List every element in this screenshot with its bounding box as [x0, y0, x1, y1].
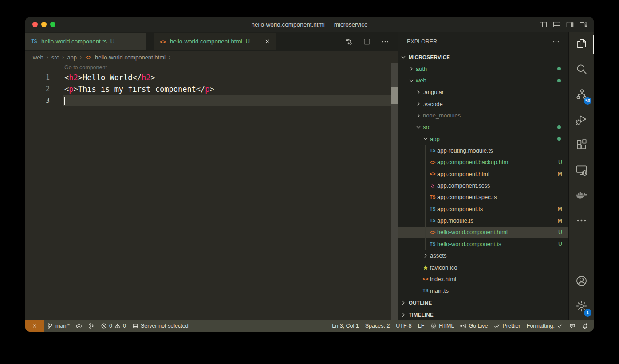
chevron-right-icon — [400, 311, 407, 318]
more-actions-button[interactable] — [380, 37, 390, 46]
breadcrumb-segment[interactable]: web — [33, 54, 43, 61]
vscode-window: hello-world.component.html — microservic… — [25, 17, 594, 332]
tree-item[interactable]: <>index.html — [398, 273, 568, 285]
tree-item[interactable]: .angular — [398, 86, 568, 98]
tree-item-label: app-routing.module.ts — [437, 147, 493, 154]
docker-icon — [576, 189, 587, 203]
status-text: Prettier — [502, 323, 520, 329]
tree-item[interactable]: TSapp.module.tsM — [398, 215, 568, 226]
tree-item[interactable]: app — [398, 133, 568, 145]
status-item-publish-changes[interactable] — [73, 320, 85, 332]
tree-item[interactable]: assets — [398, 250, 568, 262]
activity-settings-button[interactable]: 1 — [569, 294, 594, 320]
activity-search-button[interactable] — [569, 57, 594, 82]
status-item-feedback[interactable] — [566, 320, 579, 332]
tree-item[interactable]: TShello-world.component.tsU — [398, 238, 568, 250]
tree-item[interactable]: TSapp.component.tsM — [398, 203, 568, 215]
status-item-sqltools-server[interactable]: Server not selected — [129, 320, 192, 332]
breadcrumb-file[interactable]: <>hello-world.component.html — [85, 54, 166, 61]
git-status-badge: U — [110, 38, 115, 45]
sidebar-panels: OUTLINETIMELINE — [398, 297, 568, 321]
editor[interactable]: Go to component 1<h2>Hello World</h2>2<p… — [25, 63, 398, 320]
tree-item-label: hello-world.component.ts — [437, 241, 501, 247]
tree-item[interactable]: .vscode — [398, 98, 568, 110]
status-item-eol[interactable]: LF — [415, 320, 428, 332]
tree-item[interactable]: TSmain.ts — [398, 285, 568, 297]
status-item-notifications[interactable] — [579, 320, 591, 332]
line-number: 1 — [25, 72, 63, 83]
tree-item[interactable]: web — [398, 74, 568, 86]
braces-gear-icon — [430, 323, 437, 329]
chevron-right-icon — [408, 65, 415, 72]
status-item-language-mode[interactable]: HTML — [427, 320, 457, 332]
tree-item[interactable]: TSapp-routing.module.ts — [398, 145, 568, 156]
codelens[interactable]: Go to component — [25, 63, 398, 72]
warning-triangle-icon — [114, 323, 121, 329]
tree-item[interactable]: <>hello-world.component.htmlU — [398, 227, 568, 238]
toggle-secondary-sidebar-button[interactable] — [565, 20, 575, 29]
breadcrumb-segment[interactable]: app — [67, 54, 77, 61]
editor-tab[interactable]: TShello-world.component.tsU — [25, 33, 146, 50]
close-window-button[interactable] — [32, 22, 38, 27]
zoom-window-button[interactable] — [50, 22, 55, 27]
tree-item[interactable]: ★favicon.ico — [398, 262, 568, 273]
minimize-window-button[interactable] — [41, 22, 47, 27]
git-status-badge: M — [558, 171, 562, 177]
status-item-formatting[interactable]: Formatting: — [524, 320, 566, 332]
panel-header-outline[interactable]: OUTLINE — [398, 297, 568, 309]
explorer-more-actions-button[interactable] — [552, 38, 560, 45]
breadcrumb-tail[interactable]: ... — [173, 54, 178, 61]
scrollbar-slider[interactable] — [391, 87, 398, 104]
status-item-go-live[interactable]: Go Live — [457, 320, 491, 332]
panel-header-timeline[interactable]: TIMELINE — [398, 309, 568, 321]
open-changes-button[interactable] — [344, 37, 353, 46]
indent-guide — [425, 145, 426, 250]
activity-docker-button[interactable] — [569, 184, 594, 209]
explorer-icon — [576, 38, 587, 51]
tree-item[interactable]: <>app.component.backup.htmlU — [398, 157, 568, 168]
status-item-git-branch[interactable]: main* — [44, 320, 73, 332]
section-header-microservice[interactable]: MICROSERVICE — [398, 51, 568, 63]
status-left: main*00Server not selected — [25, 320, 192, 332]
ts-file-icon: TS — [422, 288, 429, 293]
ts-file-icon: TS — [429, 242, 436, 247]
tree-item-label: favicon.ico — [430, 264, 457, 271]
toggle-primary-sidebar-button[interactable] — [539, 20, 548, 29]
tree-item[interactable]: TSapp.component.spec.ts — [398, 192, 568, 203]
tree-item[interactable]: auth — [398, 63, 568, 74]
tree-item[interactable]: app.component.scss — [398, 180, 568, 191]
tree-item[interactable]: <>app.component.htmlM — [398, 168, 568, 180]
customize-layout-button[interactable] — [579, 20, 588, 29]
text-cursor — [64, 97, 65, 105]
line-number: 2 — [25, 83, 63, 95]
status-item-indentation[interactable]: Spaces: 2 — [362, 320, 393, 332]
status-item-encoding[interactable]: UTF-8 — [393, 320, 414, 332]
panel-label: OUTLINE — [409, 300, 432, 305]
server-icon — [132, 323, 138, 329]
breadcrumb-segment[interactable]: src — [51, 54, 59, 61]
line-content: <p>This is my first component</p> — [63, 83, 391, 95]
extensions-icon — [576, 139, 587, 153]
activity-remote-explorer-button[interactable] — [569, 158, 594, 184]
status-text: UTF-8 — [396, 323, 411, 329]
activity-extensions-button[interactable] — [569, 133, 594, 158]
activity-explorer-button[interactable] — [569, 32, 594, 57]
toggle-panel-button[interactable] — [552, 20, 561, 29]
activity-source-control-button[interactable]: 50 — [569, 82, 594, 108]
status-item-open-changes-status[interactable] — [85, 320, 98, 332]
status-item-prettier[interactable]: Prettier — [491, 320, 523, 332]
activity-more-views-button[interactable] — [569, 209, 594, 234]
status-item-cursor-position[interactable]: Ln 3, Col 1 — [329, 320, 362, 332]
status-item-problems[interactable]: 00 — [98, 320, 129, 332]
tree-item[interactable]: src — [398, 121, 568, 133]
file-tree: authweb.angular.vscodenode_modulessrcapp… — [398, 63, 568, 297]
editor-tab[interactable]: <>hello-world.component.htmlU — [154, 33, 276, 50]
tab-label: hello-world.component.ts — [41, 38, 107, 45]
activity-run-and-debug-button[interactable] — [569, 108, 594, 133]
activity-account-button[interactable] — [569, 269, 594, 294]
split-editor-button[interactable] — [362, 37, 371, 46]
close-tab-icon[interactable] — [264, 39, 270, 44]
status-item-remote-indicator[interactable] — [25, 320, 44, 332]
editor-scrollbar[interactable] — [391, 63, 398, 320]
tree-item[interactable]: node_modules — [398, 110, 568, 121]
